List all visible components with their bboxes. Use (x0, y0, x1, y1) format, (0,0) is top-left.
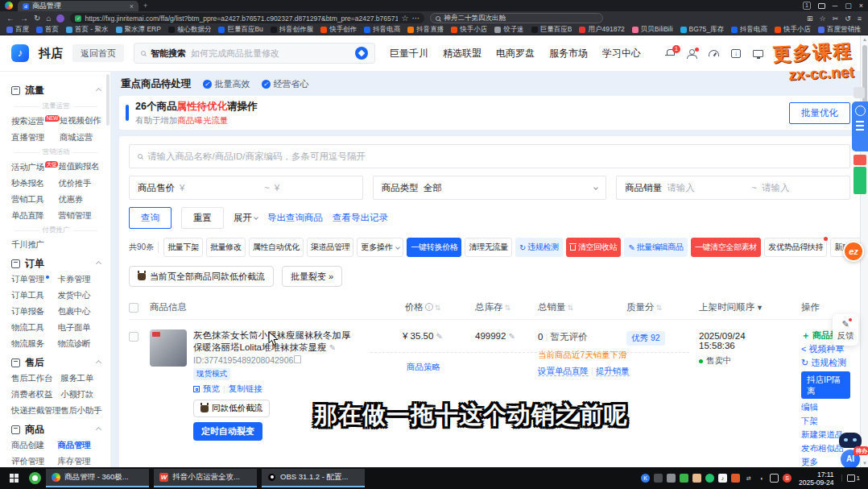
taskbar-clock[interactable]: 17:11 2025-09-24 (799, 470, 833, 487)
sidebar-item[interactable]: 千川推广 (11, 239, 58, 251)
bookmark[interactable]: 百度营销推 (818, 25, 862, 35)
start-button[interactable] (3, 467, 24, 489)
taskbar-task-obs[interactable]: OBS 31.1.2 - 配置... (262, 469, 365, 487)
sort-icon[interactable]: ⇅ (505, 304, 511, 312)
extension-icon[interactable] (56, 15, 64, 23)
sidebar-item[interactable]: 订单管理 (11, 274, 58, 285)
apps-grid-icon[interactable]: ⊞ (807, 15, 813, 23)
channel-manage-button[interactable]: 渠道品管理 (307, 238, 354, 257)
sogou-icon[interactable]: S (783, 474, 792, 483)
sidebar-item[interactable]: 评价管理 (11, 456, 58, 467)
app-search-input[interactable]: 智能搜索 如何完成商品批量修改 (134, 43, 375, 64)
sidebar-item[interactable]: 物流诊断 (58, 338, 105, 350)
bookmark[interactable]: 首页 (36, 25, 59, 35)
browser-logo-icon[interactable] (5, 2, 13, 10)
empty-recycle-button[interactable]: 清空回收站 (566, 238, 622, 257)
undo-icon[interactable]: ↺ (845, 15, 851, 23)
copy-link[interactable]: 复制链接 (229, 383, 262, 395)
taskbar-task-wps[interactable]: W抖音小店运营全攻... (154, 469, 257, 487)
browser-tab[interactable]: d 商品管理 × (18, 1, 138, 11)
sidebar-item[interactable]: 服务工单 (60, 373, 104, 384)
bookmark[interactable]: 抖音创作服 (271, 25, 314, 35)
price-range-input[interactable]: 商品售价 ¥ ~ ¥ (129, 176, 363, 200)
sidebar-item[interactable]: 包裹中心 (58, 306, 105, 317)
scroll-up-icon[interactable]: ▲ (861, 35, 868, 44)
export-link[interactable]: 导出查询商品 (267, 212, 323, 224)
contacts-icon[interactable] (692, 474, 701, 483)
nav-luopan[interactable]: 电商罗盘 (496, 47, 535, 60)
network-icon[interactable]: ⇄ (744, 474, 753, 483)
ip-isolation-button[interactable]: 抖店IP隔离 (801, 371, 850, 399)
single-discount-link[interactable]: 设置单品直降 (538, 366, 589, 376)
sidebar-item-product-management[interactable]: 商品管理 (58, 440, 105, 451)
sidebar-item[interactable]: 优惠券 (58, 194, 104, 205)
more-dots-icon[interactable]: ⋯ (411, 14, 420, 23)
monitor-icon[interactable] (753, 50, 763, 57)
offshelf-link[interactable]: 下架 (801, 415, 850, 426)
display-icon[interactable] (770, 474, 779, 483)
sort-icon[interactable]: ⇅ (435, 304, 441, 312)
url-field[interactable]: ✓ https://fxg.jinritemai.com/ffa/g/list?… (70, 13, 424, 23)
speaker-icon[interactable] (731, 474, 740, 483)
more-actions-button[interactable]: 更多操作 (357, 238, 403, 257)
select-all-checkbox[interactable] (129, 303, 138, 313)
bookmark[interactable]: 快手小店 (451, 25, 487, 35)
scissors-icon[interactable]: ✂ (833, 15, 839, 23)
nav-market[interactable]: 服务市场 (549, 47, 588, 60)
notification-center[interactable]: 1 (841, 474, 865, 482)
boost-sales-link[interactable]: 提升销量 (596, 366, 630, 376)
bookmark[interactable]: 巨量百应Bu (218, 25, 262, 35)
dashboard-icon[interactable] (709, 50, 719, 56)
expand-button[interactable]: 展开 (234, 212, 258, 224)
doudian-logo[interactable]: ♪ (11, 44, 29, 62)
tray-phone-icon[interactable] (667, 474, 676, 483)
sidebar-item[interactable]: 优价推手 (58, 178, 104, 189)
sidebar-item[interactable]: 搜索运营NEW (11, 115, 60, 127)
plugin-icon[interactable]: ez (843, 241, 864, 262)
clear-material-button[interactable]: 一键清空全部素材 (691, 238, 762, 257)
sidebar-item[interactable]: 活动广场大促 (11, 161, 58, 173)
attr-auto-optimize-button[interactable]: 属性自动优化 (249, 238, 304, 257)
side-widget-green[interactable] (854, 167, 866, 194)
sidebar-item[interactable]: 营销管理 (58, 210, 104, 222)
export-history-link[interactable]: 查看导出记录 (333, 212, 388, 224)
nav-qianchuan[interactable]: 巨量千川 (390, 47, 428, 60)
qr-code-icon[interactable] (193, 386, 200, 392)
sidebar-section-orders[interactable]: 订单 (11, 257, 110, 271)
product-strategy-link[interactable]: 商品策略 (407, 362, 440, 373)
refresh-icon[interactable]: ↻ (34, 14, 40, 23)
sidebar-item[interactable]: 商城运营 (60, 132, 104, 143)
tray-app-icon[interactable] (29, 472, 41, 484)
bookmark[interactable]: 百度 (6, 25, 29, 35)
sidebar-item[interactable]: 小额打款 (60, 389, 104, 400)
download-icon[interactable]: ↓ (731, 49, 741, 58)
sidebar-item[interactable]: 秒杀报名 (11, 178, 58, 189)
sidebar-section-traffic[interactable]: 流量 (11, 84, 110, 97)
violation-check-link[interactable]: ↻ 违规检测 (801, 357, 850, 368)
sales-range-input[interactable]: 商品销量 请输入 ~ 请输入 (616, 176, 850, 200)
back-icon[interactable]: ← (6, 14, 14, 23)
taskbar-task-browser[interactable]: 商品管理 - 360极... (46, 469, 149, 487)
new-tab-button[interactable]: + (143, 2, 147, 10)
bookmark[interactable]: 巨量百应B (531, 25, 572, 35)
same-style-intercept-button[interactable]: 同款低价截流 (193, 400, 270, 417)
sidebar-item[interactable]: 订单报备 (11, 306, 58, 317)
sidebar-item[interactable]: 库存管理 (58, 456, 105, 467)
reset-button[interactable]: 重置 (181, 207, 224, 229)
sidebar-item[interactable]: 订单工具 (11, 290, 58, 301)
back-home-button[interactable]: 返回首页 (72, 44, 124, 62)
copy-icon[interactable] (296, 357, 301, 363)
browser-search-box[interactable]: 神舟二十第四次出舱 (430, 13, 603, 23)
account-icon[interactable] (687, 49, 696, 58)
bookmark-star-icon[interactable]: ☆ (401, 14, 408, 23)
tray-icon[interactable]: K (641, 474, 650, 483)
clean-no-traffic-button[interactable]: 清理无流量 (465, 238, 512, 257)
sidebar-item[interactable]: 发货中心 (58, 290, 105, 301)
batch-modify-button[interactable]: 批量修改 (206, 238, 246, 257)
convert-price-button[interactable]: 一键转换价格 (407, 238, 461, 257)
violation-check-button[interactable]: ↻违规检测 (515, 238, 563, 257)
bell-icon[interactable]: 1 (665, 49, 675, 57)
volume-icon[interactable]: ◖ (757, 474, 766, 483)
bookmark[interactable]: 快手小店 (775, 25, 811, 35)
sidebar-item[interactable]: 物流工具 (11, 322, 58, 334)
